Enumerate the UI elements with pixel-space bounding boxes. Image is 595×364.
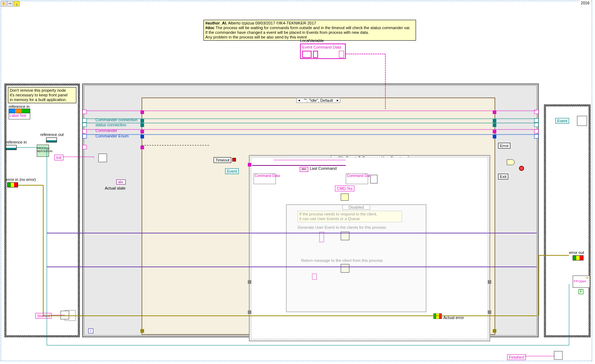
event-constant-right[interactable]: Event <box>555 118 569 124</box>
error-in-label: error in (no error) <box>6 177 36 182</box>
shift-reg-left-2[interactable] <box>82 118 87 123</box>
fp-open-label: FP.Open <box>573 279 590 283</box>
author-key: #author_AI. <box>205 21 227 25</box>
case-tunnel-r5 <box>493 135 496 138</box>
disabled-note: If the process needs to respond to the c… <box>298 211 402 222</box>
cmd-data-l2: Command Data <box>347 174 368 178</box>
right-sequence: Event error out VI FP.Open F <box>544 104 591 337</box>
commander-enum-label: Commander Enum <box>95 134 129 138</box>
exit-constant[interactable]: Exit <box>498 174 508 179</box>
case-tunnel-r3 <box>493 123 496 127</box>
shift-reg-left-5[interactable] <box>82 134 87 138</box>
reference-out-label: reference out <box>40 132 64 137</box>
case-tunnel-err-l <box>140 329 144 333</box>
case-tunnel-r4 <box>493 130 496 133</box>
or-gate[interactable] <box>507 159 515 165</box>
status-conn-label: status connection <box>95 123 126 127</box>
error-constant[interactable]: Error <box>498 143 510 149</box>
doc-comment: #author_AI. Alberto Izpizua 09/03/2017 ©… <box>203 20 416 41</box>
last-command-label: Last Command <box>310 166 337 170</box>
format-string-subvi[interactable] <box>341 194 349 201</box>
property-node-note: Don't remove this property node it's nec… <box>8 87 76 103</box>
event-command-data-cluster[interactable]: Event Command Data <box>300 44 346 59</box>
author-text: Alberto Izpizua 09/03/2017 ©IK4-TEKNIKER… <box>227 21 316 25</box>
event-local-var[interactable] <box>302 51 312 58</box>
ret-msg-cluster <box>312 273 317 280</box>
shift-reg-left-1[interactable] <box>82 110 87 114</box>
gen-event-subvi[interactable] <box>341 232 349 240</box>
reference-in-label: reference in <box>6 140 27 144</box>
case-tunnel-l1 <box>140 110 144 114</box>
evt-tunnel-bot-r <box>488 310 491 314</box>
label-text-prop-name: Label.Text <box>10 114 31 118</box>
shift-reg-left-3[interactable] <box>82 123 87 127</box>
dis-note-l2: it can use User Events or a Queue <box>299 217 400 221</box>
evt-tunnel-l <box>248 163 251 167</box>
ref-in-label-small: reference in <box>9 104 30 109</box>
destroy-event-subvi[interactable] <box>577 116 587 126</box>
doc-key: #doc <box>205 26 215 30</box>
stop-terminal[interactable] <box>519 166 524 171</box>
cluster-label: Event Command Data <box>302 45 341 49</box>
timeout-node <box>232 158 236 161</box>
commander-label: Commander <box>95 128 117 133</box>
reference-in-terminal[interactable] <box>6 145 17 150</box>
actual-error-indicator[interactable] <box>433 313 442 319</box>
timeout-constant[interactable]: Timeout <box>214 157 231 163</box>
actual-state-label: Actual state <box>105 186 125 190</box>
case-tunnel-r1 <box>493 110 496 114</box>
shift-reg-right-3[interactable] <box>534 123 538 127</box>
outer-case-structure: "", "Idle", Default Timeout Event [1] <E… <box>142 97 495 335</box>
doc-line1: The process will be waiting for commands… <box>215 26 411 30</box>
abc-icon: abc <box>300 167 308 172</box>
started-constant[interactable]: Started <box>35 313 52 319</box>
command-data-unbundle-left[interactable]: Command Data <box>254 173 276 184</box>
shift-reg-left-6[interactable] <box>82 145 87 149</box>
loop-iteration-terminal[interactable]: i <box>88 328 93 333</box>
note-l3: in memory for a built application. <box>10 97 75 102</box>
shift-reg-right-1[interactable] <box>534 110 538 114</box>
error-out-terminal[interactable] <box>573 255 583 260</box>
case-tunnel-l6 <box>140 146 144 149</box>
case-selector[interactable]: "", "Idle", Default <box>296 98 340 103</box>
started-send-subvi[interactable] <box>61 311 69 319</box>
case-tunnel-l5 <box>140 135 144 138</box>
error-in-terminal[interactable] <box>7 182 18 187</box>
gen-evt-cluster <box>319 232 324 242</box>
ret-msg-label: Return message to the client from this p… <box>301 258 383 263</box>
cluster-field <box>313 51 318 58</box>
init-constant[interactable]: Init <box>54 155 63 160</box>
disabled-selector[interactable]: Disabled <box>343 205 370 210</box>
case-tunnel-err-r <box>493 329 496 333</box>
actual-state-read-subvi[interactable] <box>98 154 107 162</box>
shift-reg-left-4[interactable] <box>82 129 87 133</box>
shift-reg-right-4[interactable] <box>534 129 538 133</box>
event-constant-outer[interactable]: Event <box>225 168 239 174</box>
finished-send-subvi[interactable] <box>554 351 563 360</box>
label-text-property[interactable]: Label.Text <box>9 109 30 119</box>
finished-constant[interactable]: Finished <box>507 354 526 360</box>
false-constant[interactable]: F <box>578 289 583 294</box>
process-repository-subvi[interactable]: PROCESS REPOSITORI <box>37 145 49 157</box>
disabled-structure: Disabled If the process needs to respond… <box>286 204 426 312</box>
command-data-unbundle-right[interactable]: Command Data <box>346 173 368 184</box>
event-structure: [1] <EventsToProcess>: User Event abc La… <box>249 155 490 341</box>
ret-msg-subvi[interactable] <box>341 264 349 273</box>
cmd-format-constant[interactable]: CMD-%s <box>335 186 354 191</box>
cluster-field2 <box>339 51 344 58</box>
cmd-bundle-subvi[interactable] <box>370 175 377 183</box>
reference-out-terminal[interactable] <box>46 137 57 142</box>
cmd-data-l1: Command Data <box>255 174 276 178</box>
fp-open-property[interactable]: VI FP.Open <box>573 276 590 288</box>
main-while-loop: i Commander connection status connection… <box>82 83 539 337</box>
shift-reg-right-5[interactable] <box>534 134 538 138</box>
gen-event-label: Generate User Event to the clients for t… <box>298 225 386 229</box>
commander-conn-label: Commander connection <box>95 118 138 122</box>
local-var-title: LocalVariable <box>300 38 324 43</box>
evt-tunnel-mid-r <box>488 280 491 284</box>
case-tunnel-l2 <box>140 119 144 123</box>
actual-state-abc[interactable]: abc <box>116 179 126 185</box>
dis-note-l1: If the process needs to respond to the c… <box>299 212 400 217</box>
shift-reg-right-2[interactable] <box>534 118 538 123</box>
evt-tunnel-bot-l <box>248 310 251 314</box>
